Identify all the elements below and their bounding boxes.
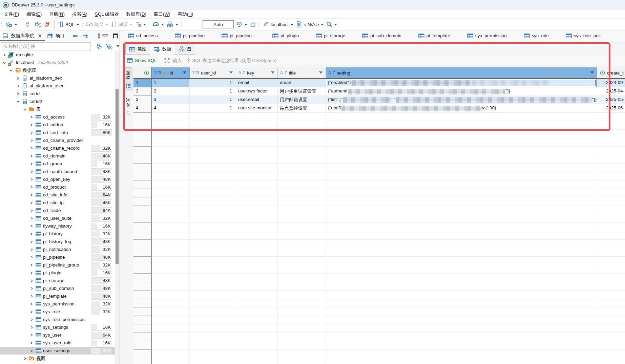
lock-button[interactable] xyxy=(249,20,257,29)
menu-item[interactable]: 搜索(A) xyxy=(68,10,91,18)
performance-button[interactable] xyxy=(151,20,165,29)
chevron-right-icon[interactable] xyxy=(30,248,33,251)
search-caret[interactable] xyxy=(334,24,337,25)
tree-item-pi_pipeline[interactable]: pi_pipeline48K xyxy=(0,253,119,261)
chevron-right-icon[interactable] xyxy=(30,263,33,267)
cell-key-row1[interactable]: email xyxy=(236,79,278,87)
chevron-right-icon[interactable] xyxy=(30,256,33,259)
cell-setting-row2[interactable]: {"authenti"}} xyxy=(326,87,597,96)
menu-item[interactable]: SQL 编辑器 xyxy=(91,10,123,18)
disconnect-button[interactable] xyxy=(43,20,52,29)
column-header-title[interactable]: A-Ztitle xyxy=(278,67,326,78)
chevron-right-icon[interactable] xyxy=(30,115,33,119)
tree-item-索引[interactable]: 索引 xyxy=(0,362,119,364)
chevron-right-icon[interactable] xyxy=(23,357,26,360)
chevron-down-icon[interactable] xyxy=(23,108,26,111)
maximize-panel-icon[interactable] xyxy=(112,33,119,39)
tree-item-sys_role[interactable]: sys_role32K xyxy=(0,308,119,316)
tree-item-cd_site_ip[interactable]: cd_site_ip48K xyxy=(0,199,119,207)
tree-item-localhost[interactable]: localhostlocalhost:3309 xyxy=(0,59,119,66)
link-with-editor-icon[interactable] xyxy=(83,33,89,39)
column-filter-caret-icon[interactable] xyxy=(183,71,186,74)
chevron-right-icon[interactable] xyxy=(30,123,33,127)
minimize-panel-icon[interactable] xyxy=(102,33,108,39)
filter-caret[interactable] xyxy=(117,45,119,47)
chevron-right-icon[interactable] xyxy=(30,318,33,321)
cell-id-row3[interactable]: 3 xyxy=(152,96,190,104)
tree-item-pi_template[interactable]: pi_template48K xyxy=(0,292,119,300)
row-number-cell[interactable]: 3 xyxy=(133,96,152,104)
tree-item-cd_access[interactable]: cd_access32K xyxy=(0,113,119,121)
sql-editor-caret[interactable] xyxy=(77,24,79,25)
chevron-right-icon[interactable] xyxy=(30,201,33,205)
cell-key-row4[interactable]: user.site.monitor xyxy=(236,104,278,113)
result-tab-图[interactable]: 图 xyxy=(175,44,195,55)
cell-key-row3[interactable]: user.email xyxy=(236,96,278,104)
chevron-right-icon[interactable] xyxy=(30,310,33,314)
tree-item-sys_user_role[interactable]: sys_user_role16K xyxy=(0,339,119,347)
chevron-right-icon[interactable] xyxy=(30,232,33,236)
cell-setting-row4[interactable]: {"notifiys":30} xyxy=(326,104,597,113)
tree-item-sys_settings[interactable]: sys_settings16K xyxy=(0,323,119,331)
new-sql-editor-button[interactable]: SQL xyxy=(57,20,81,29)
chevron-right-icon[interactable] xyxy=(30,186,33,189)
rollback-button[interactable]: 回滚 xyxy=(110,20,134,29)
chevron-down-icon[interactable] xyxy=(3,61,6,64)
chevron-down-icon[interactable] xyxy=(16,100,20,103)
tree-item-pi_storage[interactable]: pi_storage48K xyxy=(0,277,119,284)
tree-item-cd_oauth_bound[interactable]: cd_oauth_bound48K xyxy=(0,168,119,175)
chevron-right-icon[interactable] xyxy=(30,295,33,298)
column-filter-caret-icon[interactable] xyxy=(271,71,274,74)
cell-title-row3[interactable]: 用户邮箱设置 xyxy=(278,96,326,104)
transaction-log-button[interactable] xyxy=(134,20,147,29)
chevron-right-icon[interactable] xyxy=(30,178,33,181)
tree-item-pi_notification[interactable]: pi_notification32K xyxy=(0,245,119,253)
result-tab-数据[interactable]: 数据 xyxy=(150,44,175,55)
chevron-right-icon[interactable] xyxy=(30,326,33,329)
editor-tab-sys_role[interactable]: sys_role xyxy=(515,30,557,41)
tree-scrollbar[interactable] xyxy=(115,51,119,364)
tree-item-cd_domain[interactable]: cd_domain48K xyxy=(0,152,119,160)
connected-filter-icon[interactable] xyxy=(95,43,102,50)
tree-item-pi_sub_domain[interactable]: pi_sub_domain48K xyxy=(0,284,119,292)
cell-user_id-row2[interactable]: 1 xyxy=(190,87,236,96)
cell-setting-row1[interactable]: {"enabled":t xyxy=(326,79,597,87)
column-filter-caret-icon[interactable] xyxy=(229,71,233,74)
chevron-right-icon[interactable] xyxy=(3,53,6,57)
tree-item-cd_trade[interactable]: cd_trade64K xyxy=(0,207,119,214)
chevron-right-icon[interactable] xyxy=(30,287,33,290)
chevron-right-icon[interactable] xyxy=(30,131,33,134)
tree-item-certd2[interactable]: certd2 xyxy=(0,98,119,105)
performance-caret[interactable] xyxy=(161,24,164,25)
chevron-right-icon[interactable] xyxy=(30,209,33,212)
cell-create_t-row4[interactable]: 2025-06- xyxy=(597,104,625,113)
tree-item-cd_addon[interactable]: cd_addon16K xyxy=(0,121,119,129)
menu-item[interactable]: 帮助(H) xyxy=(174,10,197,18)
grid-corner-cell[interactable] xyxy=(133,67,152,78)
transaction-log-caret[interactable] xyxy=(143,24,146,25)
editor-tab-pi_plugin[interactable]: pi_plugin xyxy=(264,30,307,41)
cell-title-row4[interactable]: 站点监控设置 xyxy=(278,104,326,113)
new-connection-button[interactable] xyxy=(4,20,19,29)
expand-filter-icon[interactable] xyxy=(164,58,170,64)
tasks-caret[interactable] xyxy=(175,24,178,25)
tree-item-cd_open_key[interactable]: cd_open_key48K xyxy=(0,175,119,183)
tree-item-cd_cname_provider[interactable]: cd_cname_provider xyxy=(0,136,119,144)
chevron-right-icon[interactable] xyxy=(16,92,20,95)
reconnect-button[interactable] xyxy=(33,20,43,29)
chevron-right-icon[interactable] xyxy=(30,302,33,306)
chevron-right-icon[interactable] xyxy=(30,334,33,337)
chevron-right-icon[interactable] xyxy=(30,240,33,243)
row-number-cell[interactable]: 4 xyxy=(133,104,152,113)
tree-item-cd_group[interactable]: cd_group16K xyxy=(0,160,119,168)
cell-create_t-row1[interactable]: 2024-09- xyxy=(597,79,625,87)
editor-tab-pi_sub_domain[interactable]: pi_sub_domain xyxy=(354,30,410,41)
editor-tab-pi_pipeline[interactable]: pi_pipeline xyxy=(166,30,213,41)
row-number-cell[interactable]: 2 xyxy=(133,87,152,96)
rollback-caret[interactable] xyxy=(130,24,132,25)
chevron-right-icon[interactable] xyxy=(30,170,33,173)
tree-item-cd_cert_info[interactable]: cd_cert_info80K xyxy=(0,129,119,136)
view-menu-kebab-icon[interactable] xyxy=(96,33,102,39)
tasks-button[interactable] xyxy=(165,20,180,29)
result-tab-属性[interactable]: 属性 xyxy=(125,44,150,55)
